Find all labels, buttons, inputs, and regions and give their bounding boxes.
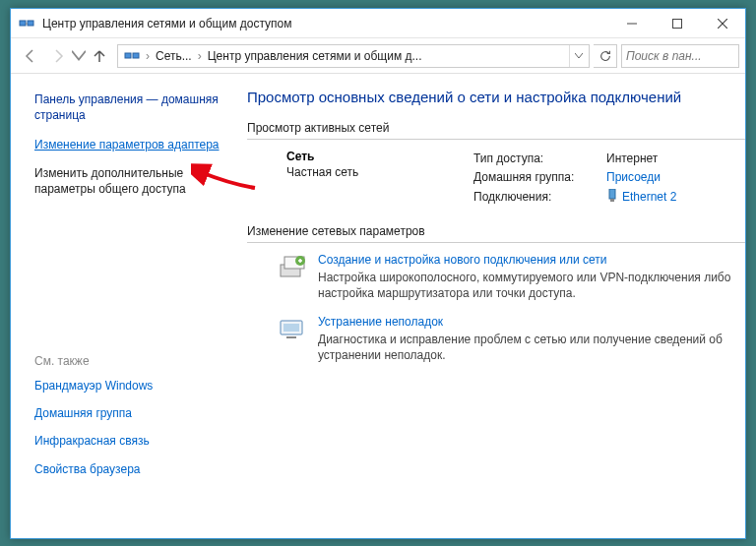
active-networks-label: Просмотр активных сетей bbox=[247, 121, 745, 135]
window-title: Центр управления сетями и общим доступом bbox=[42, 17, 609, 30]
divider bbox=[247, 139, 745, 140]
svg-rect-10 bbox=[610, 199, 614, 202]
connections-label: Подключения: bbox=[473, 188, 606, 207]
address-icon bbox=[124, 48, 140, 64]
option-troubleshoot-title[interactable]: Устранение неполадок bbox=[318, 315, 745, 329]
svg-rect-0 bbox=[20, 21, 26, 26]
option-troubleshoot-desc: Диагностика и исправление проблем с сеть… bbox=[318, 332, 745, 363]
troubleshoot-icon bbox=[277, 315, 308, 342]
navbar: › Сеть... › Центр управления сетями и об… bbox=[11, 38, 745, 74]
back-button[interactable] bbox=[17, 42, 44, 70]
network-name: Сеть bbox=[286, 150, 473, 163]
link-irda[interactable]: Инфракрасная связь bbox=[34, 433, 227, 449]
titlebar: Центр управления сетями и общим доступом bbox=[11, 9, 745, 38]
svg-rect-7 bbox=[125, 53, 131, 58]
recent-dropdown[interactable] bbox=[72, 42, 86, 70]
svg-rect-15 bbox=[284, 324, 299, 332]
divider bbox=[247, 242, 745, 243]
close-button[interactable] bbox=[700, 9, 745, 38]
option-troubleshoot[interactable]: Устранение неполадок Диагностика и испра… bbox=[247, 315, 745, 363]
new-connection-icon bbox=[277, 253, 308, 280]
link-homegroup[interactable]: Домашняя группа bbox=[34, 405, 227, 421]
forward-button[interactable] bbox=[44, 42, 72, 70]
network-details: Тип доступа:Интернет Домашняя группа:При… bbox=[473, 150, 745, 207]
refresh-button[interactable] bbox=[594, 44, 617, 68]
option-new-connection-title[interactable]: Создание и настройка нового подключения … bbox=[318, 253, 745, 267]
link-browser[interactable]: Свойства браузера bbox=[34, 461, 227, 477]
sidebar-adapter-link[interactable]: Изменение параметров адаптера bbox=[34, 137, 227, 152]
access-type-label: Тип доступа: bbox=[473, 150, 606, 168]
access-type-value: Интернет bbox=[606, 150, 658, 168]
network-identity: Сеть Частная сеть bbox=[247, 150, 473, 207]
address-bar[interactable]: › Сеть... › Центр управления сетями и об… bbox=[117, 44, 590, 68]
ethernet-icon bbox=[606, 189, 618, 203]
change-settings-label: Изменение сетевых параметров bbox=[247, 224, 745, 238]
homegroup-link[interactable]: Присоеди bbox=[606, 170, 661, 184]
sidebar-sharing-link[interactable]: Изменить дополнительные параметры общего… bbox=[34, 165, 227, 197]
see-also-section: См. также Брандмауэр Windows Домашняя гр… bbox=[34, 354, 227, 477]
svg-rect-16 bbox=[286, 336, 296, 338]
svg-rect-1 bbox=[28, 21, 33, 26]
content-body: Панель управления — домашняя страница Из… bbox=[11, 74, 745, 538]
option-new-connection[interactable]: Создание и настройка нового подключения … bbox=[247, 253, 745, 301]
breadcrumb-sep: › bbox=[196, 49, 204, 63]
address-dropdown[interactable] bbox=[569, 45, 587, 67]
search-input[interactable] bbox=[621, 44, 739, 68]
sidebar-home-link[interactable]: Панель управления — домашняя страница bbox=[34, 91, 227, 123]
page-heading: Просмотр основных сведений о сети и наст… bbox=[247, 88, 745, 107]
option-new-connection-desc: Настройка широкополосного, коммутируемог… bbox=[318, 270, 745, 301]
link-firewall[interactable]: Брандмауэр Windows bbox=[34, 378, 227, 394]
homegroup-label: Домашняя группа: bbox=[473, 168, 606, 187]
svg-rect-8 bbox=[133, 53, 139, 58]
breadcrumb-sep: › bbox=[144, 49, 152, 63]
breadcrumb-current[interactable]: Центр управления сетями и общим д... bbox=[204, 49, 426, 63]
app-icon bbox=[19, 16, 34, 31]
breadcrumb-network[interactable]: Сеть... bbox=[152, 49, 196, 63]
svg-rect-9 bbox=[609, 189, 615, 199]
network-type: Частная сеть bbox=[286, 165, 473, 179]
minimize-button[interactable] bbox=[609, 9, 655, 38]
window: Центр управления сетями и общим доступом… bbox=[10, 8, 746, 539]
network-row: Сеть Частная сеть Тип доступа:Интернет Д… bbox=[247, 150, 745, 207]
maximize-button[interactable] bbox=[655, 9, 700, 38]
sidebar: Панель управления — домашняя страница Из… bbox=[11, 74, 237, 538]
connection-link[interactable]: Ethernet 2 bbox=[622, 190, 676, 204]
up-button[interactable] bbox=[86, 42, 113, 70]
svg-rect-4 bbox=[673, 19, 682, 28]
main-panel: Просмотр основных сведений о сети и наст… bbox=[237, 74, 745, 538]
see-also-header: См. также bbox=[34, 354, 227, 368]
